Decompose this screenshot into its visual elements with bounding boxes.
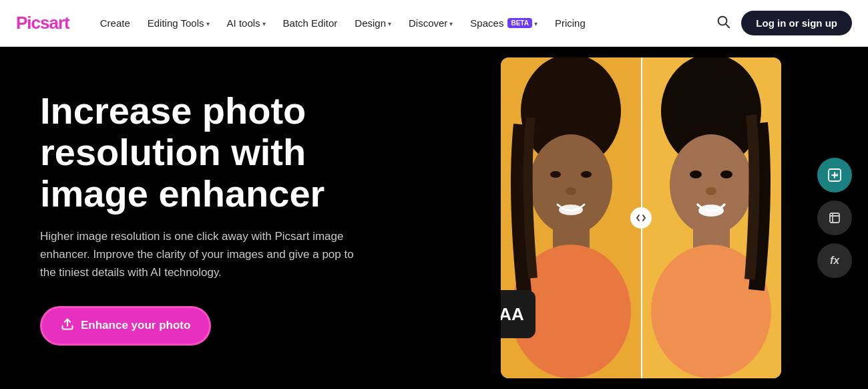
svg-point-10 <box>566 187 576 195</box>
ai-tools-label: AI tools <box>227 17 260 29</box>
photo-right-clip <box>641 57 781 378</box>
nav-editing-tools[interactable]: Editing Tools ▾ <box>141 13 216 33</box>
nav-pricing[interactable]: Pricing <box>548 13 592 33</box>
search-button[interactable] <box>716 14 730 32</box>
ai-tools-chevron-icon: ▾ <box>262 20 266 27</box>
svg-point-8 <box>550 171 561 178</box>
svg-point-23 <box>670 134 752 235</box>
hero-title: Increase photo resolution with image enh… <box>40 90 374 214</box>
svg-point-26 <box>690 170 702 178</box>
discover-chevron-icon: ▾ <box>449 20 453 27</box>
nav-right: Log in or sign up <box>716 11 852 35</box>
spaces-label: Spaces <box>470 17 503 29</box>
hero-content: Increase photo resolution with image enh… <box>0 90 414 345</box>
search-icon <box>716 14 730 32</box>
cta-label: Enhance your photo <box>81 319 190 332</box>
svg-rect-32 <box>830 213 839 223</box>
editing-tools-label: Editing Tools <box>148 17 204 29</box>
enhance-photo-button[interactable]: Enhance your photo <box>40 306 211 346</box>
svg-point-5 <box>529 134 612 235</box>
svg-point-27 <box>720 170 732 178</box>
svg-text:AI: AI <box>833 172 838 177</box>
hero-subtitle: Higher image resolution is one click awa… <box>40 227 361 282</box>
fx-label: fx <box>830 255 839 267</box>
nav-batch-editor[interactable]: Batch Editor <box>276 13 345 33</box>
discover-label: Discover <box>409 17 447 29</box>
nav-create[interactable]: Create <box>93 13 137 33</box>
batch-editor-label: Batch Editor <box>283 17 338 29</box>
svg-point-9 <box>581 171 592 178</box>
ai-enhance-tool-button[interactable]: AI <box>817 158 852 192</box>
nav-links: Create Editing Tools ▾ AI tools ▾ Batch … <box>93 13 716 33</box>
nav-ai-tools[interactable]: AI tools ▾ <box>220 13 272 33</box>
upload-icon <box>61 317 74 334</box>
editing-tools-chevron-icon: ▾ <box>206 20 210 27</box>
nav-discover[interactable]: Discover ▾ <box>402 13 459 33</box>
login-button[interactable]: Log in or sign up <box>741 11 852 35</box>
before-after-photo: AA <box>501 57 781 378</box>
hero-image-area: AA AI fx <box>467 47 868 389</box>
tool-icons-panel: AI fx <box>817 158 852 278</box>
fx-tool-button[interactable]: fx <box>817 243 852 278</box>
hero-section: Increase photo resolution with image enh… <box>0 47 868 389</box>
design-chevron-icon: ▾ <box>388 20 391 27</box>
svg-point-29 <box>698 205 724 217</box>
create-label: Create <box>100 17 130 29</box>
logo[interactable]: Picsart <box>16 13 69 33</box>
pricing-label: Pricing <box>555 17 586 29</box>
aa-badge: AA <box>501 290 535 338</box>
nav-design[interactable]: Design ▾ <box>348 13 398 33</box>
crop-tool-button[interactable] <box>817 201 852 235</box>
navbar: Picsart Create Editing Tools ▾ AI tools … <box>0 0 868 47</box>
nav-spaces[interactable]: Spaces BETA ▾ <box>463 13 544 33</box>
svg-point-28 <box>706 187 716 195</box>
spaces-beta-badge: BETA <box>507 18 531 28</box>
split-handle[interactable] <box>630 207 652 229</box>
spaces-chevron-icon: ▾ <box>534 20 537 27</box>
svg-point-11 <box>559 205 583 215</box>
design-label: Design <box>355 17 386 29</box>
svg-line-1 <box>726 24 729 27</box>
